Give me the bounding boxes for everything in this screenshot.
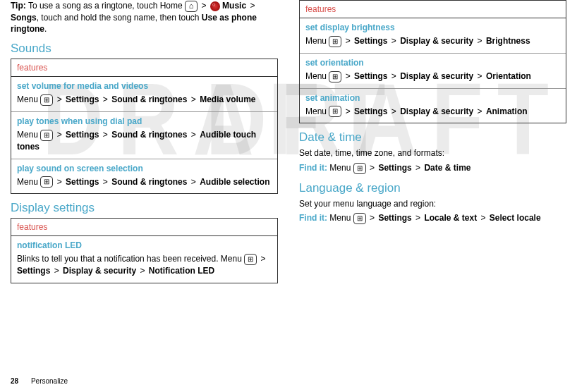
- tip-label: Tip:: [11, 1, 26, 11]
- footer-section: Personalize: [31, 377, 68, 385]
- home-icon: [185, 1, 198, 12]
- music-icon: [210, 1, 220, 11]
- feature-body: Menu > Settings > Display & security > A…: [300, 104, 566, 123]
- feature-title: notification LED: [11, 236, 277, 252]
- datetime-desc: Set date, time, time zone, and formats:: [299, 147, 566, 159]
- menu-icon: [329, 106, 341, 117]
- feature-body: Menu > Settings > Sound & ringtones > Au…: [11, 128, 277, 159]
- features-header: features: [300, 1, 566, 18]
- feature-body: Menu > Settings > Sound & ringtones > Au…: [11, 175, 277, 194]
- datetime-heading: Date & time: [299, 130, 566, 145]
- feature-title: set animation: [300, 89, 566, 104]
- language-desc: Set your menu language and region:: [299, 198, 566, 209]
- menu-icon: [353, 163, 366, 174]
- feature-body: Menu > Settings > Display & security > B…: [300, 34, 566, 53]
- language-findit: Find it: Menu > Settings > Locale & text…: [299, 212, 566, 224]
- datetime-findit: Find it: Menu > Settings > Date & time: [299, 162, 566, 174]
- display-table-2: features set display brightness Menu > S…: [299, 0, 566, 123]
- feature-body: Menu > Settings > Display & security > O…: [300, 69, 566, 88]
- tip-paragraph: Tip: To use a song as a ringtone, touch …: [11, 0, 278, 35]
- features-header: features: [11, 59, 277, 77]
- menu-icon: [353, 213, 366, 224]
- feature-title: set volume for media and videos: [11, 77, 277, 92]
- menu-icon: [244, 254, 257, 265]
- menu-icon: [329, 71, 341, 82]
- feature-body: Menu > Settings > Sound & ringtones > Me…: [11, 92, 277, 111]
- features-header: features: [11, 219, 277, 236]
- sounds-heading: Sounds: [11, 42, 278, 56]
- feature-title: play sound on screen selection: [11, 159, 277, 175]
- page-number: 28: [11, 377, 18, 385]
- menu-icon: [40, 176, 53, 188]
- feature-title: set orientation: [300, 54, 566, 69]
- feature-title: play tones when using dial pad: [11, 112, 277, 128]
- right-column: features set display brightness Menu > S…: [299, 0, 566, 289]
- feature-body: Blinks to tell you that a notification h…: [11, 252, 277, 283]
- sounds-table: features set volume for media and videos…: [11, 59, 278, 194]
- display-table-1: features notification LED Blinks to tell…: [11, 218, 278, 283]
- menu-icon: [40, 130, 53, 141]
- menu-icon: [329, 36, 341, 47]
- feature-title: set display brightness: [300, 18, 566, 34]
- left-column: Tip: To use a song as a ringtone, touch …: [11, 0, 278, 289]
- menu-icon: [40, 94, 53, 106]
- display-heading: Display settings: [11, 201, 278, 215]
- footer: 28 Personalize: [11, 377, 68, 385]
- language-heading: Language & region: [299, 181, 566, 195]
